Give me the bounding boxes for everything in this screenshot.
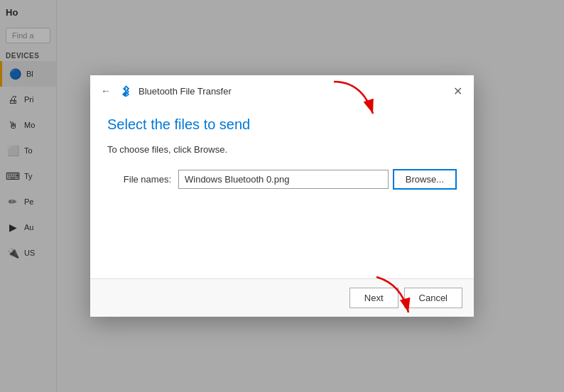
back-button[interactable]: ← <box>99 84 113 98</box>
browse-button[interactable]: Browse... <box>393 169 457 190</box>
modal-body: Select the files to send To choose files… <box>90 105 474 278</box>
file-name-row: File names: Browse... <box>107 169 457 190</box>
bluetooth-title-icon <box>119 84 133 98</box>
cancel-button[interactable]: Cancel <box>404 288 462 308</box>
modal-overlay: ← Bluetooth File Transfer ✕ Select the f… <box>0 0 564 392</box>
close-button[interactable]: ✕ <box>447 82 468 99</box>
modal-instruction: To choose files, click Browse. <box>107 144 457 155</box>
modal-title: Bluetooth File Transfer <box>139 86 447 97</box>
modal-footer: Next Cancel <box>90 278 474 317</box>
file-names-label: File names: <box>107 174 171 185</box>
modal-heading: Select the files to send <box>107 116 457 133</box>
next-button[interactable]: Next <box>349 288 398 308</box>
file-names-input[interactable] <box>178 170 389 189</box>
bluetooth-file-transfer-dialog: ← Bluetooth File Transfer ✕ Select the f… <box>90 75 474 317</box>
modal-titlebar: ← Bluetooth File Transfer ✕ <box>90 75 474 105</box>
